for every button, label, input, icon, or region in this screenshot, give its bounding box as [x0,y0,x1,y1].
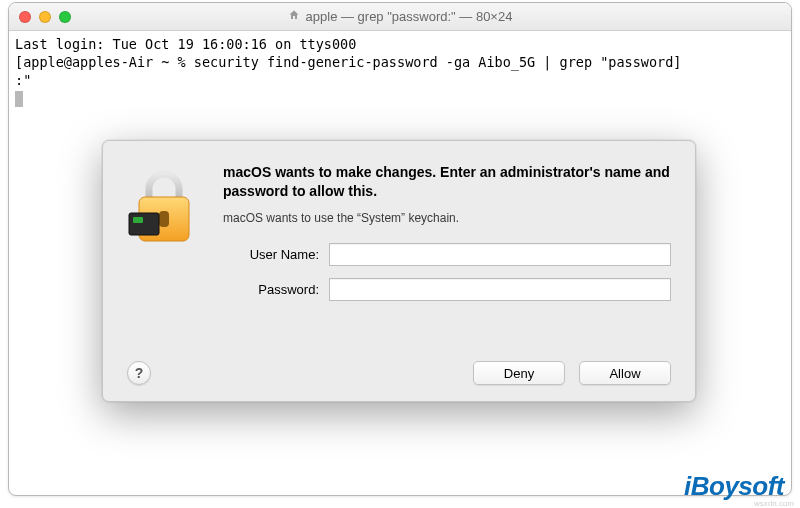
allow-button[interactable]: Allow [579,361,671,385]
home-icon [288,9,300,24]
dialog-text-area: macOS wants to make changes. Enter an ad… [223,163,671,313]
watermark-text: iBoysoft [684,471,784,501]
password-row: Password: [223,278,671,301]
svg-rect-1 [159,211,169,227]
terminal-line: [apple@apples-Air ~ % security find-gene… [15,54,681,70]
terminal-line: Last login: Tue Oct 19 16:00:16 on ttys0… [15,36,356,52]
window-title: apple — grep "password:" — 80×24 [288,9,513,24]
minimize-window-button[interactable] [39,11,51,23]
close-window-button[interactable] [19,11,31,23]
traffic-lights [19,11,71,23]
help-button[interactable]: ? [127,361,151,385]
window-title-text: apple — grep "password:" — 80×24 [306,9,513,24]
lock-icon [127,163,201,313]
username-field[interactable] [329,243,671,266]
source-url: wsxdn.com [754,499,794,508]
terminal-output[interactable]: Last login: Tue Oct 19 16:00:16 on ttys0… [9,31,791,112]
dialog-footer: ? Deny Allow [127,361,671,385]
deny-button[interactable]: Deny [473,361,565,385]
help-icon: ? [135,365,144,381]
username-row: User Name: [223,243,671,266]
window-titlebar: apple — grep "password:" — 80×24 [9,3,791,31]
username-label: User Name: [223,247,319,262]
dialog-subtext: macOS wants to use the “System” keychain… [223,211,671,225]
dialog-buttons: Deny Allow [473,361,671,385]
watermark-logo: iBoysoft [684,471,784,502]
password-field[interactable] [329,278,671,301]
dialog-content: macOS wants to make changes. Enter an ad… [127,163,671,313]
zoom-window-button[interactable] [59,11,71,23]
svg-rect-3 [133,217,143,223]
terminal-cursor [15,91,23,107]
terminal-line: :" [15,72,31,88]
auth-dialog: macOS wants to make changes. Enter an ad… [102,140,696,402]
dialog-heading: macOS wants to make changes. Enter an ad… [223,163,671,201]
password-label: Password: [223,282,319,297]
svg-rect-2 [129,213,159,235]
